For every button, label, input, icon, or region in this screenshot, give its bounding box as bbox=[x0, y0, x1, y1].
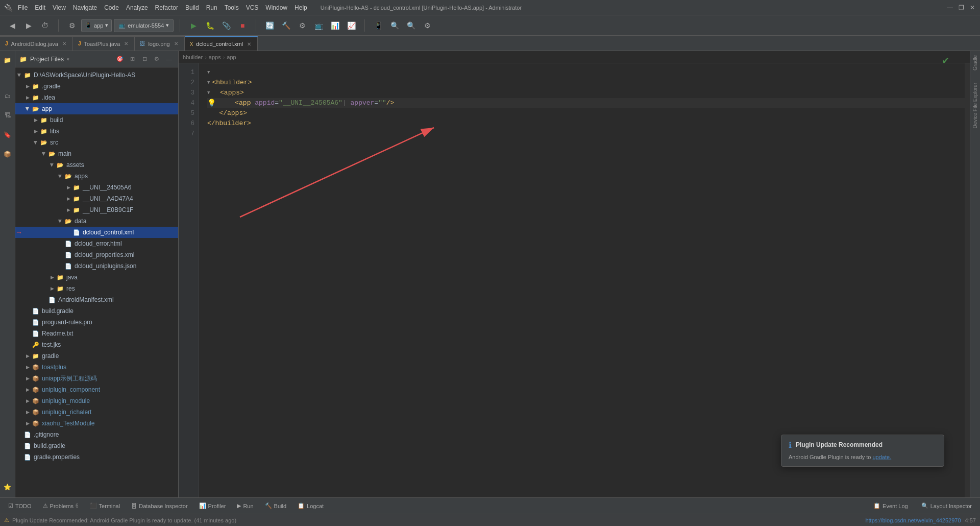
tree-item-androidmanifest[interactable]: 📄 AndroidManifest.xml bbox=[15, 294, 178, 305]
lightbulb-icon[interactable]: 💡 bbox=[207, 98, 216, 108]
tree-arrow[interactable]: ▶ bbox=[64, 195, 72, 203]
tree-arrow[interactable]: ▶ bbox=[56, 172, 64, 180]
tree-arrow[interactable]: ▶ bbox=[32, 116, 40, 124]
tree-arrow[interactable]: ▶ bbox=[64, 206, 72, 214]
tree-arrow[interactable]: ▶ bbox=[23, 374, 32, 382]
tree-arrow[interactable]: ▶ bbox=[56, 217, 64, 225]
tree-item-gitignore[interactable]: 📄 .gitignore bbox=[15, 429, 178, 440]
tree-arrow[interactable]: ▶ bbox=[23, 397, 32, 405]
tree-item-test-jks[interactable]: 🔑 test.jks bbox=[15, 339, 178, 350]
tree-item-app[interactable]: ▶ 📂 app bbox=[15, 103, 178, 114]
tree-arrow[interactable]: ▶ bbox=[23, 352, 32, 360]
tree-arrow[interactable]: ▶ bbox=[48, 161, 56, 169]
build-project-button[interactable]: 🔨 bbox=[279, 18, 293, 33]
code-coverage-button[interactable]: 📈 bbox=[344, 18, 358, 33]
device-file-explorer-vertical-tab[interactable]: Device File Explorer bbox=[971, 79, 979, 132]
expand-all-button[interactable]: ⊞ bbox=[127, 54, 137, 64]
status-link[interactable]: https://blog.csdn.net/weixin_44252970 bbox=[865, 517, 961, 523]
tree-arrow-app[interactable]: ▶ bbox=[23, 105, 32, 113]
menu-navigate[interactable]: Navigate bbox=[73, 4, 97, 11]
code-content[interactable]: ▼ ▼ <hbuilder> ▼ <apps> 💡 <app appid="__… bbox=[199, 63, 965, 497]
bottom-tab-todo[interactable]: ☑ TODO bbox=[3, 499, 37, 513]
bottom-tab-build[interactable]: 🔨 Build bbox=[260, 499, 291, 513]
tree-item-toastplus[interactable]: ▶ 📦 toastplus bbox=[15, 362, 178, 373]
minimize-button[interactable]: — bbox=[946, 4, 953, 11]
tree-item-data[interactable]: ▶ 📂 data bbox=[15, 216, 178, 227]
tree-arrow[interactable]: ▶ bbox=[32, 138, 40, 147]
hide-panel-button[interactable]: — bbox=[164, 54, 174, 64]
emulator-selector[interactable]: 📺 emulator-5554 ▾ bbox=[114, 19, 174, 32]
menu-code[interactable]: Code bbox=[104, 4, 119, 11]
tree-arrow[interactable]: ▶ bbox=[48, 273, 56, 281]
tree-arrow-root[interactable]: ▶ bbox=[15, 71, 23, 79]
menu-view[interactable]: View bbox=[53, 4, 66, 11]
project-sidebar-button[interactable]: 📁 bbox=[1, 53, 15, 67]
fold-btn-1[interactable]: ▼ bbox=[207, 67, 210, 78]
tab-close-button[interactable]: ✕ bbox=[61, 40, 67, 47]
menu-file[interactable]: File bbox=[18, 4, 28, 11]
collapse-all-button[interactable]: ⊟ bbox=[139, 54, 150, 64]
fold-btn-2[interactable]: ▼ bbox=[207, 78, 210, 88]
breadcrumb-apps[interactable]: apps bbox=[209, 54, 221, 60]
tree-arrow[interactable]: ▶ bbox=[23, 386, 32, 394]
resource-manager-button[interactable]: 🗂 bbox=[1, 89, 15, 103]
bottom-tab-problems[interactable]: ⚠ Problems 6 bbox=[38, 499, 84, 513]
tree-item-gradle-hidden[interactable]: ▶ 📁 .gradle bbox=[15, 81, 178, 92]
menu-run[interactable]: Run bbox=[206, 4, 217, 11]
back-button[interactable]: ◀ bbox=[5, 18, 19, 33]
bottom-tab-database-inspector[interactable]: 🗄 Database Inspector bbox=[126, 499, 192, 513]
breadcrumb-app[interactable]: app bbox=[227, 54, 236, 60]
tree-item-uniplugin-module[interactable]: ▶ 📦 uniplugin_module bbox=[15, 395, 178, 407]
tree-arrow[interactable]: ▶ bbox=[32, 127, 40, 135]
tab-logo-png[interactable]: 🖼 logo.png ✕ bbox=[135, 36, 184, 51]
tree-item-main[interactable]: ▶ 📂 main bbox=[15, 148, 178, 159]
bottom-tab-profiler[interactable]: 📊 Profiler bbox=[194, 499, 231, 513]
menu-refactor[interactable]: Refactor bbox=[155, 4, 178, 11]
settings-tree-button[interactable]: ⚙ bbox=[152, 54, 162, 64]
gradle-vertical-tab[interactable]: Gradle bbox=[971, 51, 979, 75]
tab-toastplus[interactable]: J ToastPlus.java ✕ bbox=[73, 36, 135, 51]
tree-item-uniE0B9C1F[interactable]: ▶ 📁 __UNI__E0B9C1F bbox=[15, 204, 178, 216]
avd-manager-button[interactable]: 📺 bbox=[311, 18, 326, 33]
structure-button[interactable]: 🏗 bbox=[1, 108, 15, 123]
run-button[interactable]: ▶ bbox=[186, 18, 201, 33]
run-config-button[interactable]: ⚙ bbox=[65, 18, 79, 33]
bookmarks-button[interactable]: 🔖 bbox=[1, 128, 15, 142]
attach-button[interactable]: 📎 bbox=[219, 18, 233, 33]
tree-item-libs[interactable]: ▶ 📁 libs bbox=[15, 126, 178, 137]
code-editor[interactable]: 1 2 3 4 5 6 7 ▼ ▼ <hbuilder> bbox=[179, 63, 970, 497]
tree-arrow[interactable]: ▶ bbox=[40, 150, 48, 158]
project-panel-title-button[interactable]: 📁 Project Files ▾ bbox=[19, 56, 69, 63]
editor-scrollbar[interactable] bbox=[965, 63, 970, 497]
tree-item-dcloud-properties[interactable]: 📄 dcloud_properties.xml bbox=[15, 249, 178, 260]
tab-android-dialog[interactable]: J AndroidDialog.java ✕ bbox=[0, 36, 73, 51]
tree-arrow[interactable]: ▶ bbox=[23, 408, 32, 416]
tree-item-uniA4D47A4[interactable]: ▶ 📁 __UNI__A4D47A4 bbox=[15, 193, 178, 204]
tree-arrow[interactable]: ▶ bbox=[23, 419, 32, 427]
layout-inspector-toolbar-button[interactable]: 🔍 bbox=[387, 18, 402, 33]
tree-item-build[interactable]: ▶ 📁 build bbox=[15, 114, 178, 126]
menu-vcs[interactable]: VCS bbox=[246, 4, 259, 11]
tree-item-dcloud-uniplugins[interactable]: 📄 dcloud_uniplugins.json bbox=[15, 260, 178, 272]
stop-button[interactable]: ■ bbox=[235, 18, 250, 33]
tree-item-gradle[interactable]: ▶ 📁 gradle bbox=[15, 350, 178, 362]
menu-analyze[interactable]: Analyze bbox=[126, 4, 148, 11]
menu-edit[interactable]: Edit bbox=[35, 4, 45, 11]
tree-item-idea[interactable]: ▶ 📁 .idea bbox=[15, 92, 178, 103]
tree-item-dcloud-error[interactable]: 📄 dcloud_error.html bbox=[15, 238, 178, 249]
profiler-button[interactable]: 📊 bbox=[328, 18, 342, 33]
maximize-button[interactable]: ❐ bbox=[958, 4, 965, 11]
tree-item-uniplugin-richalert[interactable]: ▶ 📦 uniplugin_richalert bbox=[15, 407, 178, 418]
favorites-button[interactable]: ⭐ bbox=[1, 480, 15, 494]
tree-item-java[interactable]: ▶ 📁 java bbox=[15, 272, 178, 283]
notification-update-link[interactable]: update. bbox=[873, 454, 892, 460]
tree-item-build-gradle-root[interactable]: 📄 build.gradle bbox=[15, 440, 178, 451]
locate-file-button[interactable]: 🎯 bbox=[115, 54, 125, 64]
tree-item-dcloud-control-xml[interactable]: → 📄 dcloud_control.xml bbox=[15, 227, 178, 238]
tree-item-proguard[interactable]: 📄 proguard-rules.pro bbox=[15, 317, 178, 328]
tree-item-uni24505[interactable]: ▶ 📁 __UNI__24505A6 bbox=[15, 182, 178, 193]
tree-arrow[interactable]: ▶ bbox=[23, 363, 32, 371]
tab-close-button[interactable]: ✕ bbox=[123, 40, 129, 47]
bottom-tab-logcat[interactable]: 📋 Logcat bbox=[292, 499, 329, 513]
tree-item-assets[interactable]: ▶ 📂 assets bbox=[15, 159, 178, 171]
